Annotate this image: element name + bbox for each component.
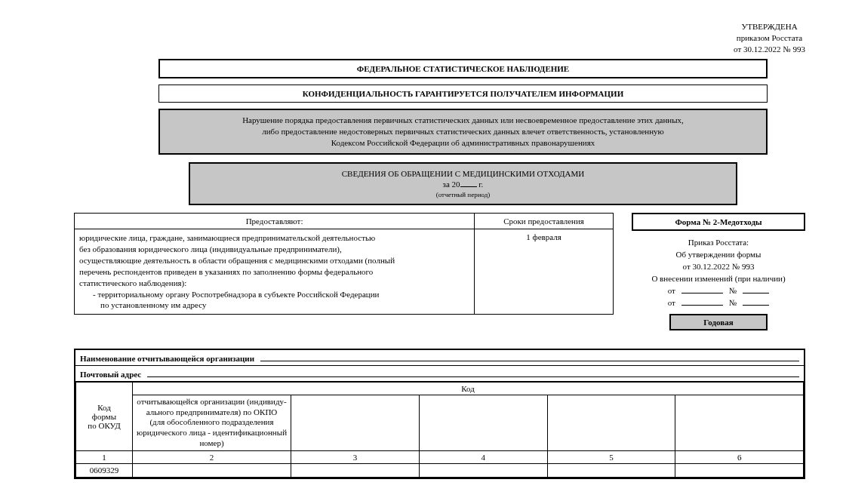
order-line3: от 30.12.2022 № 993 xyxy=(632,261,805,273)
warning-line1: Нарушение порядка предоставления первичн… xyxy=(171,115,755,126)
amend-num-2[interactable] xyxy=(743,297,769,306)
amend-num-1[interactable] xyxy=(743,285,769,293)
deadline-value: 1 февраля xyxy=(475,229,614,315)
form-info-column: Форма № 2-Медотходы Приказ Росстата: Об … xyxy=(632,213,805,330)
org-name-row: Наименование отчитывающейся организации xyxy=(75,350,804,366)
amend-date-1[interactable] xyxy=(681,285,723,293)
org-addr-field[interactable] xyxy=(147,368,799,377)
annual-box: Годовая xyxy=(669,314,768,330)
title-box: СВЕДЕНИЯ ОБ ОБРАЩЕНИИ С МЕДИЦИНСКИМИ ОТХ… xyxy=(189,162,737,206)
amend-row-1: от № xyxy=(632,285,805,297)
warning-line3: Кодексом Российской Федерации об админис… xyxy=(171,137,755,149)
org-name-label: Наименование отчитывающейся организации xyxy=(80,354,254,363)
okpo-field[interactable] xyxy=(133,463,291,477)
order-line1: Приказ Росстата: xyxy=(632,237,805,249)
provide-header: Предоставляют: xyxy=(75,214,475,229)
okud-value: 0609329 xyxy=(76,463,133,477)
code-field-5[interactable] xyxy=(547,463,675,477)
amend-row-2: от № xyxy=(632,297,805,309)
okud-header: Код формы по ОКУД xyxy=(76,382,133,450)
order-line2: Об утверждении формы xyxy=(632,249,805,261)
code-col3 xyxy=(291,395,420,450)
okpo-desc: отчитывающейся организации (индивиду- ал… xyxy=(133,395,291,450)
header-federal: ФЕДЕРАЛЬНОЕ СТАТИСТИЧЕСКОЕ НАБЛЮДЕНИЕ xyxy=(158,59,768,78)
org-name-field[interactable] xyxy=(260,352,799,361)
org-addr-label: Почтовый адрес xyxy=(80,370,141,379)
approval-line1: УТВЕРЖДЕНА xyxy=(734,21,805,32)
deadline-header: Сроки предоставления xyxy=(475,214,614,229)
code-field-6[interactable] xyxy=(675,463,804,477)
order-line4: О внесении изменений (при наличии) xyxy=(632,273,805,285)
approval-block: УТВЕРЖДЕНА приказом Росстата от 30.12.20… xyxy=(734,21,805,55)
title-year: за 20 г. xyxy=(201,179,725,190)
provide-table: Предоставляют: Сроки предоставления юрид… xyxy=(74,213,614,315)
amend-date-2[interactable] xyxy=(681,297,723,306)
value-row: 0609329 xyxy=(76,463,804,477)
title-sub: (отчетный период) xyxy=(201,190,725,199)
code-col4 xyxy=(419,395,547,450)
title-main: СВЕДЕНИЯ ОБ ОБРАЩЕНИИ С МЕДИЦИНСКИМИ ОТХ… xyxy=(201,168,725,180)
code-col5 xyxy=(547,395,675,450)
code-col6 xyxy=(675,395,804,450)
warning-box: Нарушение порядка предоставления первичн… xyxy=(158,109,768,155)
code-span-header: Код xyxy=(133,382,804,395)
approval-line3: от 30.12.2022 № 993 xyxy=(734,44,805,55)
form-name-box: Форма № 2-Медотходы xyxy=(632,213,805,231)
code-field-3[interactable] xyxy=(291,463,420,477)
year-blank[interactable] xyxy=(460,179,477,187)
warning-line2: либо предоставление недостоверных первич… xyxy=(171,126,755,137)
code-table: Код формы по ОКУД Код отчитывающейся орг… xyxy=(75,382,804,478)
header-confidential: КОНФИДЕНЦИАЛЬНОСТЬ ГАРАНТИРУЕТСЯ ПОЛУЧАТ… xyxy=(158,85,768,103)
approval-line2: приказом Росстата xyxy=(734,32,805,44)
org-block: Наименование отчитывающейся организации … xyxy=(74,349,805,479)
code-field-4[interactable] xyxy=(419,463,547,477)
provide-body: юридические лица, граждане, занимающиеся… xyxy=(75,229,475,315)
org-addr-row: Почтовый адрес xyxy=(75,366,804,382)
column-number-row: 1 2 3 4 5 6 xyxy=(76,450,804,463)
